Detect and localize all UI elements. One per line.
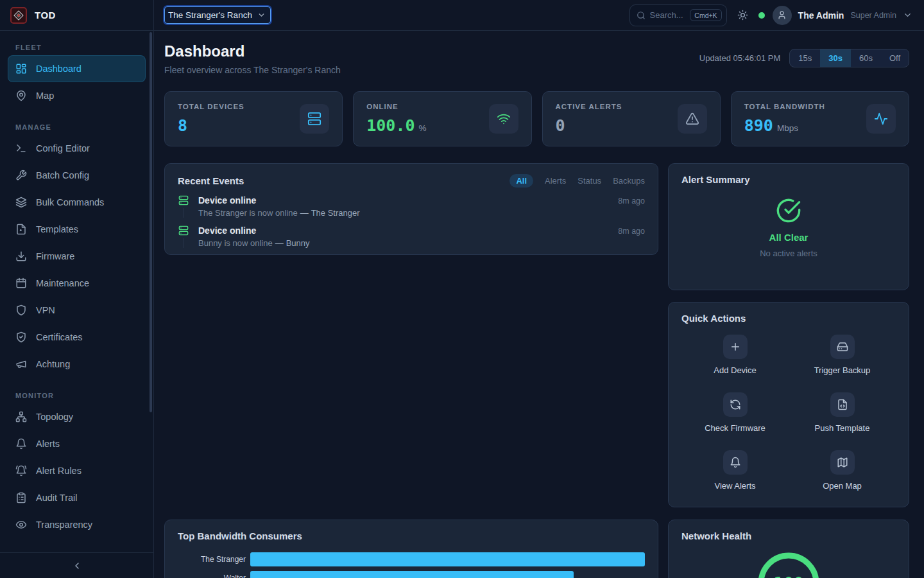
refresh-option-30s[interactable]: 30s — [820, 49, 851, 67]
sidebar-item-certificates[interactable]: Certificates — [8, 324, 146, 351]
bar-label: Walter — [178, 574, 250, 578]
refresh-option-15s[interactable]: 15s — [790, 49, 820, 67]
sidebar-item-label: Templates — [36, 224, 78, 234]
map-pin-icon — [15, 90, 27, 101]
quick-action-label: Check Firmware — [705, 423, 766, 433]
user-menu[interactable]: The Admin Super Admin — [773, 6, 912, 25]
trigger-backup-button[interactable]: Trigger Backup — [789, 335, 896, 375]
wrench-icon — [15, 170, 27, 181]
sidebar-item-achtung[interactable]: Achtung — [8, 351, 146, 378]
user-name: The Admin — [798, 10, 844, 21]
filter-all[interactable]: All — [509, 174, 533, 188]
search-shortcut-badge: Cmd+K — [690, 9, 721, 21]
stat-label: Online — [366, 103, 426, 110]
stat-value: 0 — [556, 116, 565, 135]
ranch-select-value: The Stranger's Ranch — [168, 10, 252, 20]
server-icon — [300, 104, 329, 134]
event-row[interactable]: Device online 8m ago Bunny is now online… — [178, 225, 645, 248]
alert-triangle-icon — [678, 104, 707, 134]
sidebar-item-maintenance[interactable]: Maintenance — [8, 270, 146, 297]
quick-action-label: View Alerts — [714, 481, 755, 491]
sidebar-item-label: Firmware — [36, 251, 74, 261]
refresh-icon — [723, 392, 748, 417]
search-box[interactable]: Cmd+K — [629, 4, 727, 26]
chevron-down-icon — [903, 10, 912, 20]
refresh-interval-control: 15s 30s 60s Off — [789, 49, 909, 67]
event-title: Device online — [198, 225, 256, 236]
sidebar-item-batch-config[interactable]: Batch Config — [8, 162, 146, 189]
quick-action-label: Open Map — [823, 481, 862, 491]
nav-section-monitor: Monitor — [8, 388, 146, 403]
plus-icon — [723, 335, 748, 359]
sidebar-nav: Fleet Dashboard Map Manage Config Editor… — [0, 31, 153, 552]
sidebar-item-firmware[interactable]: Firmware — [8, 243, 146, 270]
sidebar-item-label: Transparency — [36, 520, 92, 530]
sidebar-item-dashboard[interactable]: Dashboard — [8, 55, 146, 82]
stat-value: 100.0 — [366, 116, 415, 135]
sidebar: TOD Fleet Dashboard Map Manage Config Ed… — [0, 0, 154, 578]
open-map-button[interactable]: Open Map — [789, 450, 896, 491]
sidebar-item-label: Certificates — [36, 332, 83, 342]
push-template-button[interactable]: Push Template — [789, 392, 896, 433]
alert-summary-title: Alert Summary — [681, 174, 896, 185]
sun-icon — [737, 10, 748, 21]
filter-status[interactable]: Status — [578, 176, 601, 186]
search-input[interactable] — [650, 10, 686, 20]
topbar: The Stranger's Ranch Cmd+K The Admin Sup… — [154, 0, 924, 31]
activity-icon — [866, 104, 896, 134]
file-icon — [15, 223, 27, 235]
event-separator: — — [275, 238, 284, 248]
sidebar-item-vpn[interactable]: VPN — [8, 297, 146, 324]
sidebar-item-alert-rules[interactable]: Alert Rules — [8, 457, 146, 484]
updated-timestamp: Updated 05:46:01 PM — [699, 53, 780, 63]
quick-action-label: Trigger Backup — [814, 365, 871, 375]
check-firmware-button[interactable]: Check Firmware — [681, 392, 789, 433]
event-row[interactable]: Device online 8m ago The Stranger is now… — [178, 195, 645, 218]
left-column: Recent Events All Alerts Status Backups — [164, 163, 658, 578]
page-subtitle: Fleet overview across The Stranger's Ran… — [164, 65, 341, 75]
sidebar-item-map[interactable]: Map — [8, 82, 146, 109]
stat-label: Total Bandwidth — [744, 103, 825, 110]
sidebar-item-topology[interactable]: Topology — [8, 403, 146, 430]
app-root: TOD Fleet Dashboard Map Manage Config Ed… — [0, 0, 924, 578]
bell-icon — [15, 438, 27, 450]
page-title: Dashboard — [164, 42, 341, 60]
dashboard-content: Dashboard Fleet overview across The Stra… — [154, 31, 924, 578]
nav-section-manage: Manage — [8, 119, 146, 135]
network-health-panel: Network Health 100 — [668, 520, 909, 578]
add-device-button[interactable]: Add Device — [681, 335, 789, 375]
sidebar-item-transparency[interactable]: Transparency — [8, 511, 146, 538]
sidebar-item-label: Map — [36, 91, 54, 101]
quick-action-label: Push Template — [815, 423, 870, 433]
hard-drive-icon — [830, 335, 855, 359]
ranch-select[interactable]: The Stranger's Ranch — [164, 6, 271, 24]
network-icon — [15, 411, 27, 423]
sidebar-item-alerts[interactable]: Alerts — [8, 430, 146, 457]
stat-label: Active Alerts — [556, 103, 622, 110]
server-icon — [178, 225, 189, 236]
sidebar-item-templates[interactable]: Templates — [8, 216, 146, 243]
theme-toggle-button[interactable] — [735, 7, 751, 23]
refresh-option-off[interactable]: Off — [881, 49, 909, 67]
stats-row: Total Devices 8 Online 100.0% — [164, 91, 909, 146]
wifi-icon — [489, 104, 518, 134]
sidebar-item-label: VPN — [36, 305, 55, 315]
sidebar-item-label: Audit Trail — [36, 493, 77, 503]
sidebar-item-bulk-commands[interactable]: Bulk Commands — [8, 189, 146, 216]
sidebar-item-label: Alert Rules — [36, 466, 81, 476]
shield-icon — [15, 304, 27, 316]
sidebar-collapse-button[interactable] — [0, 552, 153, 578]
alert-detail-text: No active alerts — [681, 249, 896, 258]
tod-logo-icon — [10, 7, 27, 24]
filter-alerts[interactable]: Alerts — [545, 176, 566, 186]
sidebar-scrollbar[interactable] — [150, 32, 152, 412]
filter-backups[interactable]: Backups — [613, 176, 645, 186]
stat-suffix: Mbps — [777, 123, 798, 133]
sidebar-item-audit-trail[interactable]: Audit Trail — [8, 484, 146, 511]
check-circle-icon — [776, 198, 801, 223]
search-icon — [637, 11, 646, 20]
sidebar-item-label: Maintenance — [36, 278, 89, 288]
view-alerts-button[interactable]: View Alerts — [681, 450, 789, 491]
sidebar-item-config-editor[interactable]: Config Editor — [8, 135, 146, 162]
refresh-option-60s[interactable]: 60s — [851, 49, 881, 67]
